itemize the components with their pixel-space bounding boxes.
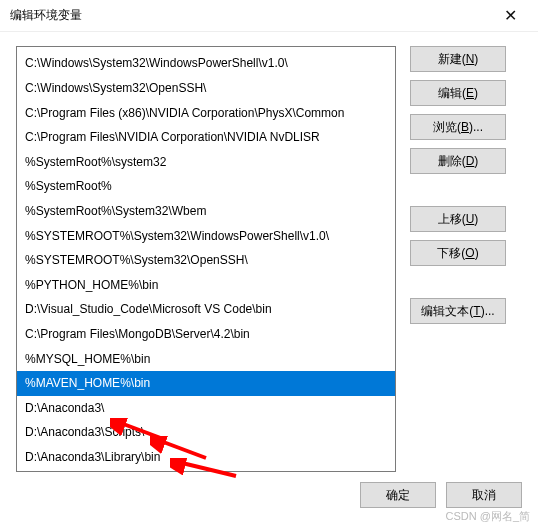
list-item[interactable]: C:\Windows\System32\OpenSSH\: [17, 76, 395, 101]
list-item[interactable]: D:\Anaconda3\Library\bin: [17, 445, 395, 470]
list-item[interactable]: %SYSTEMROOT%\System32\WindowsPowerShell\…: [17, 224, 395, 249]
list-item[interactable]: %SystemRoot%\system32: [17, 150, 395, 175]
edittext-button[interactable]: 编辑文本(T)...: [410, 298, 506, 324]
list-item[interactable]: C:\Windows\System32\WindowsPowerShell\v1…: [17, 51, 395, 76]
list-item[interactable]: %SystemRoot%\System32\Wbem: [17, 199, 395, 224]
list-item[interactable]: %MYSQL_HOME%\bin: [17, 347, 395, 372]
window-title: 编辑环境变量: [10, 7, 82, 24]
dialog-footer: 确定 取消: [360, 482, 522, 508]
path-listbox-container: C:\Program Files (x86)\Common Files\Orac…: [16, 46, 396, 472]
titlebar: 编辑环境变量 ✕: [0, 0, 538, 32]
watermark-text: CSDN @网名_简: [445, 509, 530, 524]
movedown-button[interactable]: 下移(O): [410, 240, 506, 266]
list-item[interactable]: %PYTHON_HOME%\bin: [17, 273, 395, 298]
list-item[interactable]: D:\Anaconda3\: [17, 396, 395, 421]
cancel-button[interactable]: 取消: [446, 482, 522, 508]
content-area: C:\Program Files (x86)\Common Files\Orac…: [0, 32, 538, 474]
list-item[interactable]: C:\Program Files\MongoDB\Server\4.2\bin: [17, 322, 395, 347]
list-item[interactable]: %SystemRoot%: [17, 174, 395, 199]
moveup-button[interactable]: 上移(U): [410, 206, 506, 232]
list-item[interactable]: C:\Program Files\NVIDIA Corporation\NVID…: [17, 125, 395, 150]
close-button[interactable]: ✕: [490, 2, 530, 30]
delete-button[interactable]: 删除(D): [410, 148, 506, 174]
list-item[interactable]: C:\Program Files (x86)\NVIDIA Corporatio…: [17, 101, 395, 126]
list-item[interactable]: D:\Anaconda3\Scripts\: [17, 420, 395, 445]
edit-button[interactable]: 编辑(E): [410, 80, 506, 106]
list-item[interactable]: D:\Visual_Studio_Code\Microsoft VS Code\…: [17, 297, 395, 322]
new-button[interactable]: 新建(N): [410, 46, 506, 72]
button-column: 新建(N) 编辑(E) 浏览(B)... 删除(D) 上移(U) 下移(O) 编…: [410, 46, 506, 472]
browse-button[interactable]: 浏览(B)...: [410, 114, 506, 140]
path-listbox[interactable]: C:\Program Files (x86)\Common Files\Orac…: [17, 47, 395, 471]
list-item[interactable]: %SYSTEMROOT%\System32\OpenSSH\: [17, 248, 395, 273]
list-item[interactable]: %MAVEN_HOME%\bin: [17, 371, 395, 396]
ok-button[interactable]: 确定: [360, 482, 436, 508]
